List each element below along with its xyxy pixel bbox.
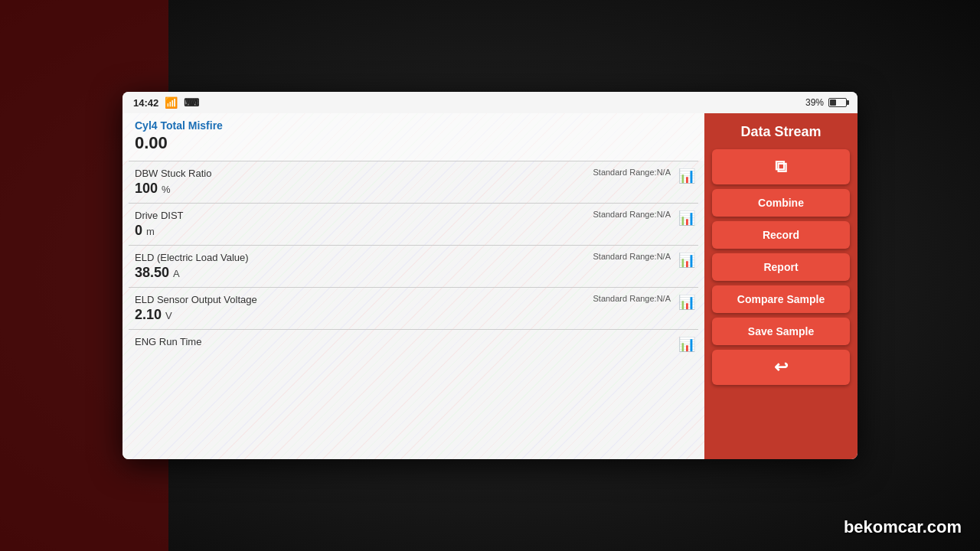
dist-range: Standard Range:N/A xyxy=(593,210,671,219)
eld-sensor-value: 2.10 V xyxy=(135,305,692,323)
watermark: bekomcar.com xyxy=(844,517,962,537)
save-label: Save Sample xyxy=(748,325,814,337)
eld-sensor-range: Standard Range:N/A xyxy=(593,294,671,303)
data-item-cyl4: Cyl4 Total Misfire 0.00 xyxy=(122,113,704,161)
data-row-eld-sensor: ELD Sensor Output Voltage Standard Range… xyxy=(122,288,704,329)
eld-sensor-chart-icon[interactable]: 📊 xyxy=(678,294,695,311)
report-button[interactable]: Report xyxy=(712,253,850,281)
keyboard-icon: ⌨ xyxy=(184,96,199,109)
back-button[interactable]: ↩ xyxy=(712,350,850,385)
battery-box xyxy=(828,98,847,107)
eng-row-top: ENG Run Time xyxy=(135,336,692,347)
eld-chart-icon[interactable]: 📊 xyxy=(678,252,695,269)
eld-range: Standard Range:N/A xyxy=(593,252,671,261)
eld-label: ELD (Electric Load Value) xyxy=(135,252,249,263)
export-button[interactable]: ⧉ xyxy=(712,149,850,184)
status-left: 14:42 📶 ⌨ xyxy=(133,96,199,109)
dist-value: 0 m xyxy=(135,221,692,239)
save-sample-button[interactable]: Save Sample xyxy=(712,318,850,345)
cyl4-label: Cyl4 Total Misfire xyxy=(135,119,692,132)
compare-sample-button[interactable]: Compare Sample xyxy=(712,285,850,313)
dist-label: Drive DIST xyxy=(135,210,184,221)
battery-indicator xyxy=(828,98,847,107)
compare-label: Compare Sample xyxy=(737,293,825,305)
export-icon: ⧉ xyxy=(775,157,787,177)
eld-sensor-row-top: ELD Sensor Output Voltage Standard Range… xyxy=(135,294,692,305)
data-row-eld: ELD (Electric Load Value) Standard Range… xyxy=(122,246,704,287)
dbw-range: Standard Range:N/A xyxy=(593,168,671,177)
eld-value: 38.50 A xyxy=(135,263,692,281)
status-bar: 14:42 📶 ⌨ 39% xyxy=(122,92,858,113)
device-frame: 14:42 📶 ⌨ 39% Cyl4 Total Misfire 0. xyxy=(122,92,858,459)
record-button[interactable]: Record xyxy=(712,221,850,249)
dist-row-top: Drive DIST Standard Range:N/A xyxy=(135,210,692,221)
cyl4-value: 0.00 xyxy=(135,132,692,158)
dbw-value: 100 % xyxy=(135,179,692,197)
data-row-dist: Drive DIST Standard Range:N/A 📊 0 m xyxy=(122,204,704,245)
data-row-dbw: DBW Stuck Ratio Standard Range:N/A 📊 100… xyxy=(122,161,704,203)
battery-percent: 39% xyxy=(805,97,824,108)
combine-label: Combine xyxy=(758,197,804,209)
record-label: Record xyxy=(763,229,799,241)
back-icon: ↩ xyxy=(774,357,788,377)
dbw-chart-icon[interactable]: 📊 xyxy=(678,168,695,184)
eld-row-top: ELD (Electric Load Value) Standard Range… xyxy=(135,252,692,263)
time-display: 14:42 xyxy=(133,97,158,109)
report-label: Report xyxy=(763,261,798,273)
sidebar-title: Data Stream xyxy=(712,121,850,145)
dbw-label: DBW Stuck Ratio xyxy=(135,168,211,179)
sidebar: Data Stream ⧉ Combine Record Report Comp… xyxy=(704,113,858,459)
main-content: Cyl4 Total Misfire 0.00 DBW Stuck Ratio … xyxy=(122,113,858,459)
dist-chart-icon[interactable]: 📊 xyxy=(678,210,695,227)
data-items-list: Cyl4 Total Misfire 0.00 DBW Stuck Ratio … xyxy=(122,113,704,354)
data-panel: Cyl4 Total Misfire 0.00 DBW Stuck Ratio … xyxy=(122,113,704,459)
battery-fill xyxy=(830,99,836,106)
eng-chart-icon[interactable]: 📊 xyxy=(678,336,695,353)
eng-label: ENG Run Time xyxy=(135,336,201,347)
dbw-row-top: DBW Stuck Ratio Standard Range:N/A xyxy=(135,168,692,179)
eld-sensor-label: ELD Sensor Output Voltage xyxy=(135,294,257,305)
combine-button[interactable]: Combine xyxy=(712,189,850,217)
data-row-eng: ENG Run Time 📊 xyxy=(122,330,704,354)
wifi-icon: 📶 xyxy=(165,96,178,109)
status-right: 39% xyxy=(805,97,847,108)
